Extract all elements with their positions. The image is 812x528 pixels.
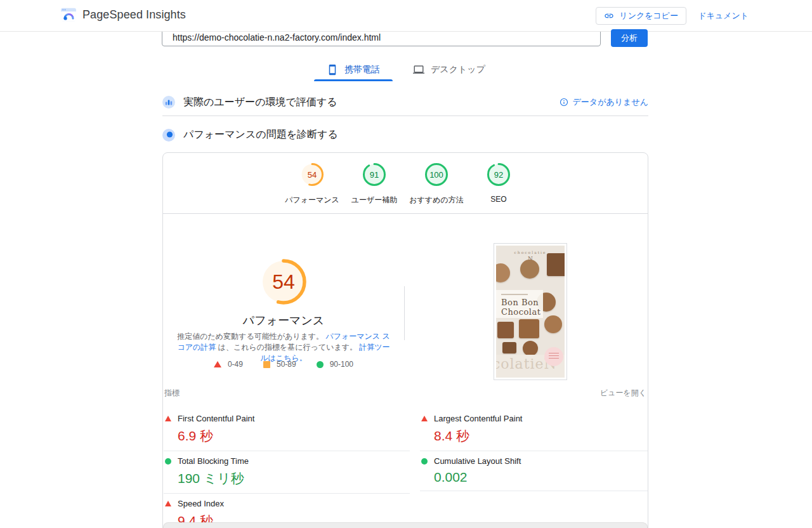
metric-name: First Contentful Paint (178, 414, 254, 423)
open-view-link[interactable]: ビューを開く (600, 388, 646, 399)
diagnose-section-title: パフォーマンスの問題を診断する (183, 128, 338, 142)
performance-gauge: 54 (258, 256, 309, 307)
category-score-label: おすすめの方法 (409, 195, 463, 206)
poor-triangle-icon (165, 501, 171, 506)
device-tabs: 携帯電話 デスクトップ (0, 60, 812, 80)
screenshot-title-band: Bon Bon Chocolat (496, 290, 543, 318)
category-score-91[interactable]: 91 ユーザー補助 (343, 162, 405, 206)
metric-name: Total Blocking Time (178, 456, 249, 466)
metric-name: Largest Contentful Paint (434, 414, 522, 423)
metric-row: Largest Contentful Paint 8.4 秒 (420, 409, 648, 451)
smartphone-icon (327, 64, 338, 76)
no-data-label: データがありません (573, 96, 648, 108)
metrics-column-right: Largest Contentful Paint 8.4 秒 Cumulativ… (420, 409, 648, 491)
svg-text:92: 92 (494, 170, 503, 180)
header-actions: リンクをコピー ドキュメント (596, 7, 749, 25)
score-ring: 91 (362, 162, 387, 187)
screenshot-title-line2: Chocolat (501, 307, 543, 317)
legend-circle-icon (317, 361, 324, 368)
next-section-bar[interactable] (163, 522, 648, 528)
category-score-54[interactable]: 54 パフォーマンス (281, 162, 343, 206)
score-ring: 92 (486, 162, 511, 187)
svg-text:54: 54 (308, 170, 317, 180)
poor-triangle-icon (165, 416, 171, 421)
laptop-icon (413, 64, 424, 76)
metric-value: 6.9 秒 (178, 427, 410, 445)
copy-link-button[interactable]: リンクをコピー (596, 7, 686, 25)
analyze-button[interactable]: 分析 (611, 29, 648, 47)
svg-text:100: 100 (429, 170, 443, 180)
pagespeed-insights-app: PageSpeed Insights リンクをコピー ドキュメント 分析 携帯電… (0, 0, 812, 528)
disclaimer-text: 推定値のため変動する可能性があります。 (177, 332, 324, 341)
disclaimer-text-2: は、これらの指標を基に行っています。 (218, 343, 357, 352)
app-title: PageSpeed Insights (82, 8, 186, 22)
legend-square-icon (263, 361, 270, 368)
legend-item: 90-100 (317, 360, 353, 369)
legend-range: 0-49 (228, 360, 243, 369)
info-icon (560, 98, 568, 107)
legend-item: 0-49 (214, 360, 243, 369)
performance-score-value: 54 (258, 256, 309, 307)
screenshot-badge (544, 347, 563, 366)
no-data-link[interactable]: データがありません (560, 96, 648, 108)
poor-triangle-icon (421, 416, 428, 421)
good-circle-icon (421, 458, 428, 465)
lab-report-card: 54 パフォーマンス 91 ユーザー補助 100 おすすめの方法 92 SEO (162, 152, 648, 528)
field-data-section: 実際のユーザーの環境で評価する データがありません (162, 89, 648, 116)
score-ring: 54 (299, 162, 325, 187)
page-screenshot-thumbnail[interactable]: chocolatie N Bon Bon Chocolat colatieN (494, 243, 567, 380)
score-disclaimer: 推定値のため変動する可能性があります。 パフォーマンス スコアの計算 は、これら… (174, 331, 393, 364)
category-score-label: ユーザー補助 (351, 195, 398, 206)
column-divider (404, 286, 405, 340)
metric-value: 0.002 (434, 470, 648, 485)
legend-range: 50-89 (277, 360, 296, 369)
score-legend: 0-4950-8990-100 (163, 360, 404, 369)
good-circle-icon (165, 458, 171, 465)
app-logo[interactable]: PageSpeed Insights (60, 6, 186, 23)
copy-link-label: リンクをコピー (619, 10, 678, 22)
diagnose-section-header: パフォーマンスの問題を診断する (162, 128, 338, 142)
metric-name: Cumulative Layout Shift (434, 456, 521, 466)
link-icon (604, 11, 614, 21)
pagespeed-logo-icon (60, 6, 77, 23)
metric-name: Speed Index (178, 499, 224, 508)
metric-row: First Contentful Paint 6.9 秒 (164, 409, 410, 451)
diagnose-icon (162, 129, 175, 142)
scores-divider (163, 213, 648, 214)
field-section-title: 実際のユーザーの環境で評価する (183, 96, 337, 109)
metrics-header: 指標 ビューを開く (164, 388, 646, 399)
tab-desktop-label: デスクトップ (431, 64, 485, 76)
metric-value: 8.4 秒 (434, 427, 648, 445)
documentation-link[interactable]: ドキュメント (698, 10, 749, 22)
legend-triangle-icon (214, 361, 221, 367)
metrics-heading: 指標 (164, 388, 180, 399)
tab-desktop[interactable]: デスクトップ (396, 60, 502, 80)
score-ring: 100 (424, 162, 449, 187)
metrics-column-left: First Contentful Paint 6.9 秒 Total Block… (164, 409, 410, 528)
svg-text:91: 91 (370, 170, 379, 180)
legend-item: 50-89 (263, 360, 296, 369)
metric-value: 190 ミリ秒 (178, 470, 410, 487)
category-score-label: SEO (490, 195, 506, 204)
tab-mobile[interactable]: 携帯電話 (310, 60, 396, 80)
category-score-92[interactable]: 92 SEO (468, 162, 530, 206)
metric-row: Cumulative Layout Shift 0.002 (420, 451, 648, 491)
performance-gauge-label: パフォーマンス (163, 313, 404, 328)
app-header: PageSpeed Insights リンクをコピー ドキュメント (0, 0, 812, 32)
tab-mobile-label: 携帯電話 (344, 64, 380, 76)
category-score-100[interactable]: 100 おすすめの方法 (405, 162, 468, 206)
field-data-icon (162, 96, 175, 109)
screenshot-content: chocolatie N Bon Bon Chocolat colatieN (496, 246, 565, 378)
category-score-label: パフォーマンス (285, 195, 339, 206)
screenshot-title-line1: Bon Bon (501, 298, 543, 307)
category-scores-row: 54 パフォーマンス 91 ユーザー補助 100 おすすめの方法 92 SEO (163, 162, 648, 206)
legend-range: 90-100 (330, 360, 353, 369)
metric-row: Total Blocking Time 190 ミリ秒 (164, 451, 410, 494)
